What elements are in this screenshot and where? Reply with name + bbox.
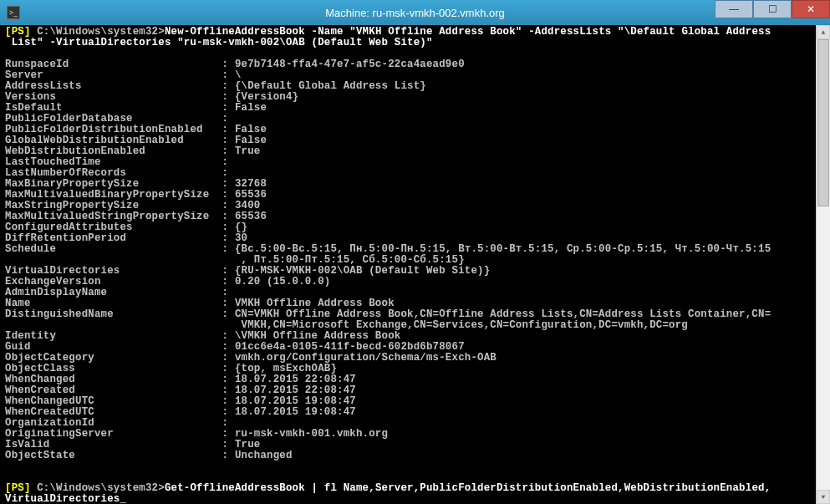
close-icon: ✕ xyxy=(807,3,815,15)
terminal-output[interactable]: [PS] C:\Windows\system32>New-OfflineAddr… xyxy=(0,25,816,504)
scroll-thumb[interactable] xyxy=(817,39,829,206)
scrollbar[interactable]: ▲ ▼ xyxy=(816,25,830,504)
terminal-container: [PS] C:\Windows\system32>New-OfflineAddr… xyxy=(0,25,830,504)
minimize-button[interactable]: — xyxy=(715,0,753,18)
window-title: Machine: ru-msk-vmkh-002.vmkh.org xyxy=(325,7,505,19)
titlebar: >_ Machine: ru-msk-vmkh-002.vmkh.org — ☐… xyxy=(0,0,830,25)
close-button[interactable]: ✕ xyxy=(792,0,830,18)
powershell-icon: >_ xyxy=(7,6,20,19)
scroll-up-arrow-icon[interactable]: ▲ xyxy=(817,25,830,39)
scroll-down-arrow-icon[interactable]: ▼ xyxy=(817,490,830,504)
maximize-button[interactable]: ☐ xyxy=(753,0,792,18)
maximize-icon: ☐ xyxy=(768,3,777,15)
window-controls: — ☐ ✕ xyxy=(715,0,830,18)
minimize-icon: — xyxy=(729,3,739,15)
